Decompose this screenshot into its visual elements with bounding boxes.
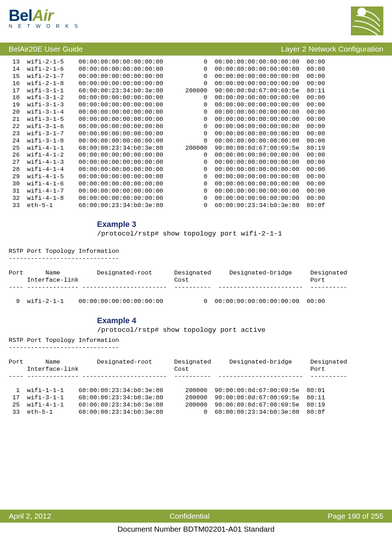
example4-output: RSTP Port Topology Information ---------… xyxy=(9,337,383,416)
title-band: BelAir20E User Guide Layer 2 Network Con… xyxy=(0,43,392,56)
example4-command: /protocol/rstp# show topology port activ… xyxy=(97,326,383,334)
section-title: Layer 2 Network Configuration xyxy=(281,45,383,53)
example3-output: RSTP Port Topology Information ---------… xyxy=(9,241,383,305)
brand-logo: BelAir N E T W O R K S xyxy=(9,6,80,29)
document-number: Document Number BDTM02201-A01 Standard xyxy=(9,525,383,533)
brand-part1: Bel xyxy=(9,6,32,24)
footer-band: April 2, 2012 Confidential Page 190 of 2… xyxy=(0,510,392,523)
brand-subtitle: N E T W O R K S xyxy=(9,23,80,29)
corner-leaf-icon xyxy=(351,6,383,35)
doc-title: BelAir20E User Guide xyxy=(9,45,83,53)
topology-table-continuation: 13 wifi-2-1-5 00:00:00:00:00:00:00:00 0 … xyxy=(9,58,383,209)
footer-confidential: Confidential xyxy=(169,512,210,520)
example4-heading: Example 4 xyxy=(97,316,383,325)
example3-command: /protocol/rstp# show topology port wifi-… xyxy=(97,230,383,238)
top-bar: BelAir N E T W O R K S xyxy=(9,6,383,43)
svg-point-1 xyxy=(357,8,366,16)
footer-page: Page 190 of 255 xyxy=(328,512,383,520)
footer-date: April 2, 2012 xyxy=(9,512,51,520)
example3-heading: Example 3 xyxy=(97,220,383,229)
brand-part2: Air xyxy=(32,6,53,24)
